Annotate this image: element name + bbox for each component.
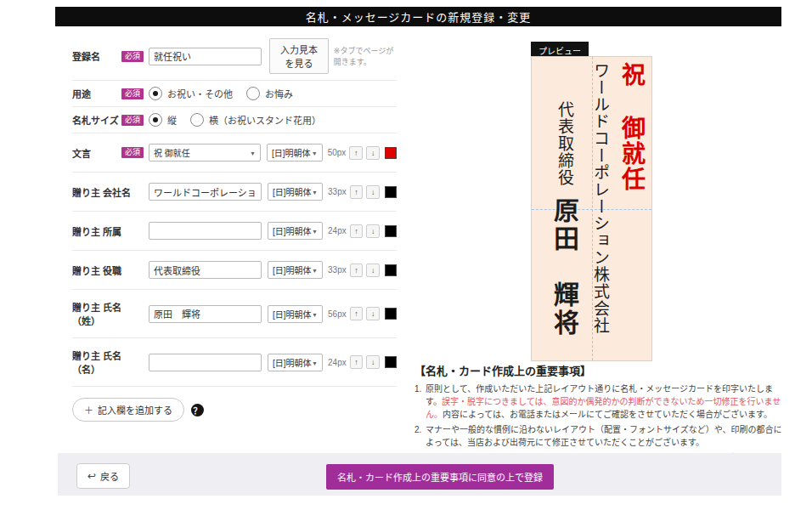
preview-position: 代表取締役 xyxy=(555,101,573,186)
usage-radio-condolence[interactable] xyxy=(246,87,260,100)
first-name-row: 贈り主 氏名（名） [日]明朝体 24px xyxy=(72,338,397,387)
chevron-down-icon xyxy=(312,265,318,275)
font-select-value: [日]明朝体 xyxy=(272,146,311,159)
last-name-font-size: 56px xyxy=(328,309,347,319)
last-name-row: 贈り主 氏名（姓） [日]明朝体 56px xyxy=(72,290,397,338)
company-color-swatch[interactable] xyxy=(385,186,397,198)
usage-label: 用途 xyxy=(72,87,91,100)
preview-sender-column: 代表取締役原田 輝将 xyxy=(545,62,583,355)
position-font-select[interactable]: [日]明朝体 xyxy=(268,261,323,279)
size-radio-horizontal[interactable] xyxy=(190,113,204,127)
size-up-button[interactable] xyxy=(350,224,364,238)
last-name-font-select[interactable]: [日]明朝体 xyxy=(268,305,323,323)
size-down-button[interactable] xyxy=(366,355,380,369)
font-select-value: [日]明朝体 xyxy=(273,185,312,198)
back-arrow-icon: ↩ xyxy=(87,470,96,482)
preview-message: 祝 御就任 xyxy=(614,62,648,355)
size-down-button[interactable] xyxy=(366,146,380,160)
position-label: 贈り主 役職 xyxy=(72,264,121,277)
size-down-button[interactable] xyxy=(366,185,380,199)
footer-bar: ↩ 戻る 名札・カード作成上の重要事項に同意の上で登録 xyxy=(58,453,781,496)
position-row: 贈り主 役職 [日]明朝体 33px xyxy=(72,251,397,290)
help-icon[interactable]: ？ xyxy=(191,404,204,416)
size-up-button[interactable] xyxy=(350,307,364,320)
plus-icon: ＋ xyxy=(84,403,93,416)
card-size-row: 名札サイズ 必須 縦 横（お祝いスタンド花用） xyxy=(72,107,397,133)
name-card-form: 登録名 必須 入力見本を見る ※タブでページが開きます。 用途 必須 お祝い・そ… xyxy=(72,32,397,433)
back-button[interactable]: ↩ 戻る xyxy=(76,463,130,489)
required-badge: 必須 xyxy=(121,115,144,126)
first-name-label: 贈り主 氏名（名） xyxy=(72,348,144,376)
chevron-down-icon xyxy=(250,148,256,157)
chevron-down-icon xyxy=(312,187,318,196)
size-down-button[interactable] xyxy=(366,264,380,277)
add-field-row: ＋ 記入欄を追加する ？ xyxy=(72,387,397,433)
message-font-select[interactable]: [日]明朝体 xyxy=(267,144,323,162)
font-select-value: [日]明朝体 xyxy=(273,224,312,237)
usage-option-label: お悔み xyxy=(265,87,293,100)
notes-heading: 【名札・カード作成上の重要事項】 xyxy=(414,362,783,378)
font-select-value: [日]明朝体 xyxy=(273,308,312,320)
required-badge: 必須 xyxy=(121,88,144,99)
new-tab-note: ※タブでページが開きます。 xyxy=(334,45,397,67)
size-up-button[interactable] xyxy=(349,146,363,160)
company-input[interactable] xyxy=(149,183,262,201)
chevron-down-icon xyxy=(312,309,318,319)
first-name-font-size: 24px xyxy=(328,358,347,367)
message-row: 文言 必須 祝 御就任 [日]明朝体 50px xyxy=(72,133,397,173)
position-input[interactable] xyxy=(149,261,262,279)
chevron-down-icon xyxy=(312,226,318,235)
company-label: 贈り主 会社名 xyxy=(72,185,131,199)
size-up-button[interactable] xyxy=(350,185,364,199)
department-font-size: 24px xyxy=(328,226,347,235)
last-name-input[interactable] xyxy=(149,305,262,323)
message-select-value: 祝 御就任 xyxy=(154,146,190,159)
register-button[interactable]: 名札・カード作成上の重要事項に同意の上で登録 xyxy=(326,464,554,490)
note-text: マナーや一般的な慣例に沿わないレイアウト（配置・フォントサイズなど）や、印刷の都… xyxy=(426,423,783,449)
add-field-button[interactable]: ＋ 記入欄を追加する xyxy=(72,398,184,422)
department-input[interactable] xyxy=(149,222,262,240)
last-name-color-swatch[interactable] xyxy=(385,308,397,320)
registration-name-row: 登録名 必須 入力見本を見る ※タブでページが開きます。 xyxy=(72,32,397,81)
last-name-label: 贈り主 氏名（姓） xyxy=(72,300,144,327)
chevron-down-icon xyxy=(312,358,318,367)
preview-name: 原田 輝将 xyxy=(550,197,578,337)
note-number: 2. xyxy=(414,423,426,449)
first-name-font-select[interactable]: [日]明朝体 xyxy=(268,354,323,371)
registration-name-input[interactable] xyxy=(149,48,262,65)
size-up-button[interactable] xyxy=(350,264,364,277)
usage-row: 用途 必須 お祝い・その他 お悔み xyxy=(72,81,397,107)
size-down-button[interactable] xyxy=(366,224,380,238)
department-font-select[interactable]: [日]明朝体 xyxy=(268,222,323,240)
position-color-swatch[interactable] xyxy=(385,264,397,276)
size-radio-vertical[interactable] xyxy=(149,113,162,127)
company-row: 贈り主 会社名 [日]明朝体 33px xyxy=(72,173,397,212)
registration-name-label: 登録名 xyxy=(72,49,100,63)
department-label: 贈り主 所属 xyxy=(72,224,121,238)
preview-vertical-text: 祝 御就任 ワールドコーポレーション株式会社 代表取締役原田 輝将 xyxy=(535,62,648,355)
position-font-size: 33px xyxy=(328,265,347,275)
first-name-color-swatch[interactable] xyxy=(385,356,397,368)
view-sample-button[interactable]: 入力見本を見る xyxy=(269,38,329,74)
add-field-label: 記入欄を追加する xyxy=(98,403,172,416)
message-color-swatch[interactable] xyxy=(385,147,397,159)
department-color-swatch[interactable] xyxy=(385,225,397,237)
required-badge: 必須 xyxy=(121,51,144,62)
message-select[interactable]: 祝 御就任 xyxy=(149,144,261,162)
first-name-input[interactable] xyxy=(149,354,262,371)
note-text: 原則として、作成いただいた上記レイアウト通りに名札・メッセージカードを印字いたし… xyxy=(426,382,783,421)
size-down-button[interactable] xyxy=(366,307,380,320)
usage-option-label: お祝い・その他 xyxy=(167,87,233,100)
back-label: 戻る xyxy=(100,469,119,483)
card-size-label: 名札サイズ xyxy=(72,113,119,127)
usage-radio-celebration[interactable] xyxy=(149,87,162,100)
note-number: 1. xyxy=(414,382,426,421)
font-select-value: [日]明朝体 xyxy=(273,264,312,276)
size-up-button[interactable] xyxy=(350,355,364,369)
note-item: 1. 原則として、作成いただいた上記レイアウト通りに名札・メッセージカードを印字… xyxy=(414,382,783,421)
preview-company: ワールドコーポレーション株式会社 xyxy=(589,62,612,355)
preview-card: 祝 御就任 ワールドコーポレーション株式会社 代表取締役原田 輝将 xyxy=(531,56,652,361)
required-badge: 必須 xyxy=(121,147,144,158)
company-font-select[interactable]: [日]明朝体 xyxy=(268,183,323,201)
size-option-label: 縦 xyxy=(167,113,177,127)
